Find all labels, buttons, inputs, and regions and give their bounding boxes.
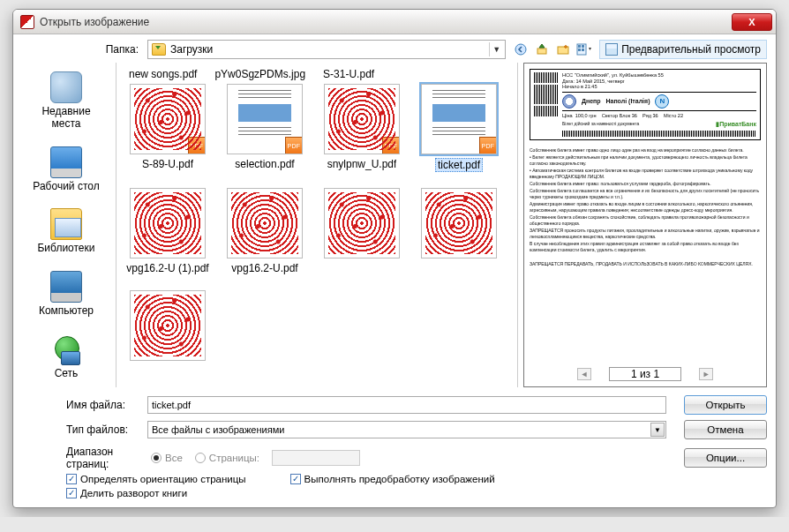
sidebar-item-label: Компьютер	[39, 305, 94, 318]
preview-pager: ◄ 1 из 1 ►	[524, 363, 766, 386]
checkbox-icon: ✓	[290, 474, 301, 484]
radio-icon	[195, 453, 206, 463]
range-pages-radio[interactable]: Страницы:	[195, 453, 259, 463]
team-logo-2-icon: N	[655, 94, 669, 109]
new-folder-button[interactable]	[553, 40, 573, 59]
chevron-down-icon[interactable]: ▼	[650, 423, 665, 437]
sidebar-item-label: Рабочий стол	[33, 181, 99, 193]
file-thumbnail: PDF	[130, 84, 206, 154]
file-item[interactable]: vpg16.2-U.pdf	[221, 188, 309, 274]
recent-places-icon	[50, 71, 82, 103]
filename-label[interactable]: new songs.pdf	[129, 68, 197, 80]
cancel-button[interactable]: Отмена	[684, 420, 767, 439]
sidebar-item-label: Недавние места	[26, 106, 106, 131]
svg-rect-7	[582, 49, 584, 51]
file-name: selection.pdf	[235, 158, 294, 170]
folder-bar: Папка: Загрузки ▼	[22, 40, 767, 59]
barcode-icon	[562, 131, 756, 137]
window-title: Открыть изображение	[40, 16, 149, 28]
preview-toggle-label: Предварительный просмотр	[621, 43, 761, 56]
orientation-checkbox[interactable]: ✓ Определять ориентацию страницы	[66, 474, 246, 484]
page-range-input[interactable]	[272, 450, 360, 466]
svg-rect-2	[558, 47, 568, 54]
file-item[interactable]: PDFS-89-U.pdf	[124, 84, 212, 172]
prev-page-button[interactable]: ◄	[577, 368, 591, 380]
file-thumbnail: PDF	[324, 84, 400, 154]
filename-input[interactable]: ticket.pdf	[147, 396, 666, 414]
computer-icon	[50, 271, 82, 303]
range-all-radio[interactable]: Все	[151, 453, 183, 463]
file-list[interactable]: new songs.pdf pYw0SgzPDMs.jpg S-31-U.pdf…	[116, 63, 518, 387]
checkbox-icon: ✓	[66, 474, 77, 484]
sidebar-item-recent[interactable]: Недавние места	[26, 68, 106, 134]
file-thumbnail: PDF	[421, 84, 497, 154]
libraries-icon	[50, 208, 82, 240]
file-thumbnail	[130, 188, 206, 259]
file-name: S-89-U.pdf	[142, 158, 193, 170]
sidebar-item-desktop[interactable]: Рабочий стол	[26, 143, 106, 197]
filename-label: Имя файла:	[22, 399, 139, 411]
app-icon	[20, 15, 34, 29]
file-thumbnail	[227, 188, 303, 259]
bottom-panel: Имя файла: ticket.pdf Открыть Тип файлов…	[22, 393, 767, 498]
file-name: ticket.pdf	[435, 158, 483, 172]
pdf-badge-icon: PDF	[479, 137, 497, 154]
options-button[interactable]: Опции...	[684, 448, 767, 468]
page-counter: 1 из 1	[609, 367, 681, 381]
file-item[interactable]: PDFticket.pdf	[415, 84, 503, 172]
pdf-badge-icon: PDF	[188, 137, 206, 154]
pdf-badge-icon: PDF	[285, 137, 303, 154]
folder-label: Папка:	[101, 43, 139, 56]
checkbox-icon: ✓	[66, 488, 77, 498]
filetype-combo[interactable]: Все файлы с изображениями ▼	[147, 421, 666, 438]
file-thumbnail	[324, 188, 400, 259]
svg-rect-5	[582, 45, 584, 48]
desktop-icon	[50, 146, 82, 178]
open-image-dialog: Открыть изображение X Папка: Загрузки ▼	[12, 9, 777, 508]
file-thumbnail	[421, 188, 497, 259]
file-name: snylpnw_U.pdf	[327, 158, 397, 170]
folder-combo[interactable]: Загрузки ▼	[147, 40, 506, 59]
close-button[interactable]: X	[732, 13, 772, 31]
up-one-level-button[interactable]	[532, 40, 552, 59]
file-item[interactable]	[415, 188, 503, 274]
places-sidebar: Недавние места Рабочий стол Библиотеки К…	[22, 63, 110, 387]
splitbook-checkbox[interactable]: ✓ Делить разворот книги	[66, 488, 187, 498]
pdf-badge-icon: PDF	[382, 137, 400, 154]
next-page-button[interactable]: ►	[699, 368, 713, 380]
file-item[interactable]	[124, 290, 212, 361]
nav-back-button[interactable]	[511, 40, 530, 59]
file-item[interactable]: vpg16.2-U (1).pdf	[124, 188, 212, 274]
folder-value: Загрузки	[170, 43, 213, 56]
svg-point-0	[515, 44, 526, 55]
sidebar-item-network[interactable]: Сеть	[26, 330, 106, 384]
file-item[interactable]: PDFsnylpnw_U.pdf	[318, 84, 406, 172]
preview-fineprint: Собственник билета имеет право одно лицо…	[530, 147, 761, 267]
folder-icon	[152, 43, 166, 56]
ticket-preview: НСС "Олимпийский", ул. Куйбышевбенка 55Д…	[530, 69, 761, 140]
filename-label[interactable]: S-31-U.pdf	[323, 68, 374, 80]
chevron-down-icon[interactable]: ▼	[489, 42, 503, 56]
sidebar-item-libraries[interactable]: Библиотеки	[26, 205, 106, 259]
preview-icon	[605, 43, 618, 56]
preprocess-checkbox[interactable]: ✓ Выполнять предобработку изображений	[290, 474, 495, 484]
view-menu-button[interactable]	[575, 40, 594, 59]
open-button[interactable]: Открыть	[684, 395, 767, 415]
barcode-icon	[534, 72, 559, 137]
preview-panel: НСС "Олимпийский", ул. Куйбышевбенка 55Д…	[523, 63, 767, 387]
svg-rect-1	[537, 49, 546, 54]
sidebar-item-computer[interactable]: Компьютер	[26, 267, 106, 321]
file-thumbnail: PDF	[227, 84, 303, 154]
titlebar: Открыть изображение X	[13, 10, 776, 34]
filetype-label: Тип файлов:	[22, 423, 139, 436]
radio-icon	[151, 453, 162, 463]
preview-toggle-button[interactable]: Предварительный просмотр	[599, 40, 767, 59]
filename-label[interactable]: pYw0SgzPDMs.jpg	[214, 68, 305, 80]
preview-content: НСС "Олимпийский", ул. Куйбышевбенка 55Д…	[524, 64, 766, 363]
file-name: vpg16.2-U.pdf	[231, 262, 297, 274]
file-item[interactable]: PDFselection.pdf	[221, 84, 309, 172]
network-icon	[50, 333, 82, 365]
file-item[interactable]	[318, 188, 406, 274]
team-logo-1-icon	[562, 94, 576, 109]
file-name: vpg16.2-U (1).pdf	[126, 262, 208, 274]
